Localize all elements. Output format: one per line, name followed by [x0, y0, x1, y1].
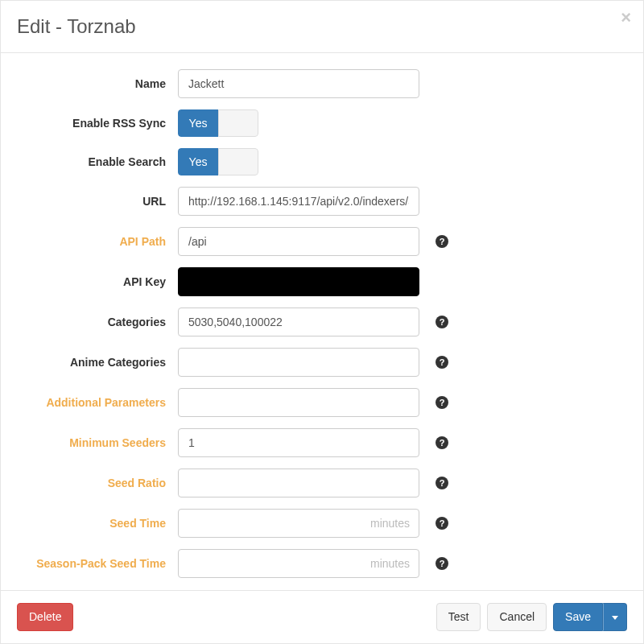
label-anime-categories: Anime Categories: [17, 356, 178, 369]
delete-button[interactable]: Delete: [17, 603, 73, 631]
save-dropdown-button[interactable]: [603, 603, 627, 631]
row-minimum-seeders: Minimum Seeders ?: [17, 428, 627, 457]
save-button[interactable]: Save: [553, 603, 603, 631]
api-key-input[interactable]: [178, 267, 419, 296]
season-pack-seed-time-input[interactable]: [178, 549, 419, 578]
label-seed-ratio: Seed Ratio: [17, 477, 178, 489]
row-categories: Categories ?: [17, 308, 627, 336]
row-seed-time: Seed Time minutes ?: [17, 509, 627, 538]
help-icon[interactable]: ?: [436, 316, 448, 328]
search-toggle[interactable]: Yes: [178, 148, 258, 175]
save-button-group: Save: [553, 603, 627, 631]
row-api-key: API Key: [17, 267, 627, 296]
help-icon[interactable]: ?: [436, 477, 448, 489]
help-icon[interactable]: ?: [436, 557, 448, 570]
modal-footer: Delete Test Cancel Save: [1, 590, 643, 643]
row-name: Name: [17, 69, 627, 98]
help-icon[interactable]: ?: [436, 396, 448, 409]
modal-title: Edit - Torznab: [17, 13, 627, 40]
modal-body: Name Enable RSS Sync Yes Enable Search Y…: [1, 53, 643, 591]
row-search: Enable Search Yes: [17, 148, 627, 175]
help-icon[interactable]: ?: [436, 517, 448, 530]
name-input[interactable]: [178, 69, 419, 98]
close-button[interactable]: ×: [621, 9, 631, 27]
minimum-seeders-input[interactable]: [178, 428, 419, 457]
toggle-on-label: Yes: [178, 148, 218, 175]
caret-down-icon: [612, 616, 618, 620]
row-seed-ratio: Seed Ratio ?: [17, 469, 627, 497]
anime-categories-input[interactable]: [178, 348, 419, 377]
row-season-pack-seed-time: Season-Pack Seed Time minutes ?: [17, 549, 627, 578]
label-additional-parameters: Additional Parameters: [17, 396, 178, 409]
help-icon[interactable]: ?: [436, 235, 448, 248]
seed-time-input[interactable]: [178, 509, 419, 538]
label-name: Name: [17, 77, 178, 90]
label-categories: Categories: [17, 316, 178, 328]
label-api-path: API Path: [17, 235, 178, 248]
test-button[interactable]: Test: [436, 603, 481, 631]
toggle-handle: [218, 148, 258, 175]
cancel-button[interactable]: Cancel: [487, 603, 547, 631]
label-api-key: API Key: [17, 275, 178, 288]
edit-indexer-modal: Edit - Torznab × Name Enable RSS Sync Ye…: [0, 0, 644, 644]
additional-parameters-input[interactable]: [178, 388, 419, 417]
label-season-pack-seed-time: Season-Pack Seed Time: [17, 557, 178, 570]
label-rss: Enable RSS Sync: [17, 117, 178, 130]
row-url: URL: [17, 187, 627, 216]
label-minimum-seeders: Minimum Seeders: [17, 436, 178, 449]
url-input[interactable]: [178, 187, 419, 216]
label-url: URL: [17, 195, 178, 208]
row-additional-parameters: Additional Parameters ?: [17, 388, 627, 417]
help-icon[interactable]: ?: [436, 356, 448, 369]
row-rss: Enable RSS Sync Yes: [17, 109, 627, 137]
row-anime-categories: Anime Categories ?: [17, 348, 627, 377]
label-search: Enable Search: [17, 155, 178, 168]
categories-input[interactable]: [178, 308, 419, 336]
api-path-input[interactable]: [178, 227, 419, 256]
label-seed-time: Seed Time: [17, 517, 178, 530]
seed-ratio-input[interactable]: [178, 469, 419, 497]
toggle-handle: [218, 109, 258, 137]
rss-toggle[interactable]: Yes: [178, 109, 258, 137]
toggle-on-label: Yes: [178, 109, 218, 137]
help-icon[interactable]: ?: [436, 436, 448, 449]
modal-header: Edit - Torznab ×: [1, 1, 643, 53]
row-api-path: API Path ?: [17, 227, 627, 256]
